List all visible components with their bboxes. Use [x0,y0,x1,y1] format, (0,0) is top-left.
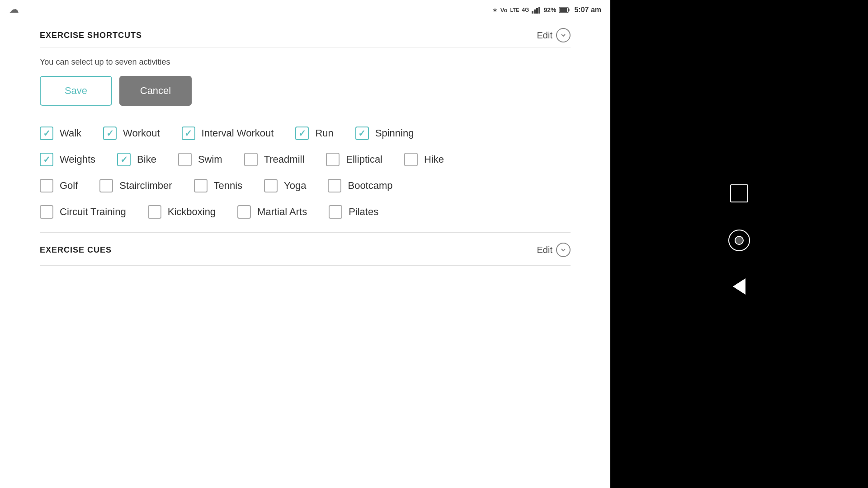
lte-icon: LTE [510,7,519,13]
activity-item-tennis: Tennis [194,179,243,192]
label-treadmill: Treadmill [264,154,305,165]
label-yoga: Yoga [284,180,306,192]
action-buttons: Save Cancel [40,76,571,106]
label-run: Run [315,127,333,139]
exercise-cues-divider [40,265,571,266]
label-swim: Swim [198,154,222,165]
label-hike: Hike [424,154,444,165]
activity-item-bootcamp: Bootcamp [328,179,392,192]
activity-item-weights: Weights [40,153,95,166]
home-button[interactable] [728,230,750,251]
exercise-cues-header: EXERCISE CUES Edit [40,236,571,262]
activity-item-stairclimber: Stairclimber [99,179,172,192]
section-divider [40,232,571,233]
label-martial-arts: Martial Arts [257,206,307,218]
exercise-shortcuts-edit-button[interactable]: Edit [537,28,571,42]
main-content: EXERCISE SHORTCUTS Edit You can select u… [0,20,610,266]
label-workout: Workout [123,127,160,139]
activity-row-3: Golf Stairclimber Tennis Yoga Bootcamp [40,173,571,199]
checkbox-bootcamp[interactable] [328,179,341,192]
cancel-button[interactable]: Cancel [119,76,192,106]
svg-rect-0 [532,11,533,14]
exercise-cues-title: EXERCISE CUES [40,245,112,255]
checkbox-spinning[interactable] [355,127,369,140]
checkbox-walk[interactable] [40,127,53,140]
phone-screen: ☁ ∗ Vo LTE 4G 92% 5:07 am EXERCI [0,0,610,488]
activity-item-workout: Workout [103,127,160,140]
checkbox-kickboxing[interactable] [148,205,161,219]
activity-item-hike: Hike [404,153,444,166]
label-weights: Weights [60,154,95,165]
exercise-shortcuts-header: EXERCISE SHORTCUTS Edit [40,20,571,47]
activity-item-martial-arts: Martial Arts [237,205,307,219]
label-interval-workout: Interval Workout [202,127,274,139]
activity-item-walk: Walk [40,127,81,140]
nav-icons [728,9,750,470]
checkbox-martial-arts[interactable] [237,205,251,219]
exercise-cues-edit-label: Edit [537,245,552,255]
activity-row-2: Weights Bike Swim Treadmill Elliptical [40,146,571,173]
cloud-icon: ☁ [9,4,19,15]
checkbox-circuit-training[interactable] [40,205,53,219]
label-golf: Golf [60,180,78,192]
svg-rect-2 [536,8,538,14]
checkbox-hike[interactable] [404,153,418,166]
checkbox-elliptical[interactable] [326,153,340,166]
status-bar-left: ☁ [9,4,19,15]
recents-button[interactable] [730,184,748,202]
activity-item-kickboxing: Kickboxing [148,205,216,219]
svg-rect-3 [538,7,540,14]
label-pilates: Pilates [349,206,378,218]
activity-item-bike: Bike [117,153,156,166]
right-panel [610,0,868,488]
label-kickboxing: Kickboxing [168,206,216,218]
label-elliptical: Elliptical [346,154,382,165]
status-bar: ☁ ∗ Vo LTE 4G 92% 5:07 am [0,0,610,20]
activity-item-yoga: Yoga [264,179,306,192]
label-stairclimber: Stairclimber [119,180,172,192]
activity-item-interval-workout: Interval Workout [182,127,274,140]
checkbox-yoga[interactable] [264,179,278,192]
activity-item-circuit-training: Circuit Training [40,205,126,219]
checkbox-swim[interactable] [178,153,192,166]
exercise-shortcuts-title: EXERCISE SHORTCUTS [40,31,142,40]
activity-item-swim: Swim [178,153,222,166]
activity-row-4: Circuit Training Kickboxing Martial Arts… [40,199,571,225]
checkbox-interval-workout[interactable] [182,127,195,140]
label-spinning: Spinning [375,127,414,139]
exercise-cues-section: EXERCISE CUES Edit [40,236,571,266]
activity-item-run: Run [295,127,333,140]
checkbox-pilates[interactable] [329,205,342,219]
activity-item-treadmill: Treadmill [244,153,305,166]
label-bootcamp: Bootcamp [348,180,392,192]
activities-grid: Walk Workout Interval Workout Run Spinni… [40,120,571,225]
back-button[interactable] [733,278,745,295]
battery-percentage: 92% [543,6,556,14]
checkbox-tennis[interactable] [194,179,208,192]
exercise-cues-edit-button[interactable]: Edit [537,243,571,257]
activity-row-1: Walk Workout Interval Workout Run Spinni… [40,120,571,146]
checkbox-treadmill[interactable] [244,153,258,166]
save-button[interactable]: Save [40,76,112,106]
signal-4g-icon: 4G [522,7,529,13]
activity-item-elliptical: Elliptical [326,153,382,166]
checkbox-bike[interactable] [117,153,131,166]
label-walk: Walk [60,127,81,139]
checkbox-golf[interactable] [40,179,53,192]
status-icons: ∗ Vo LTE 4G 92% 5:07 am [492,6,601,14]
bluetooth-icon: ∗ [492,6,498,14]
exercise-shortcuts-edit-label: Edit [537,30,552,41]
edit-circle-icon [556,28,571,42]
checkbox-workout[interactable] [103,127,117,140]
svg-rect-1 [534,9,536,14]
activities-subtitle: You can select up to seven activities [40,47,571,76]
svg-rect-5 [568,9,570,11]
label-circuit-training: Circuit Training [60,206,126,218]
label-tennis: Tennis [214,180,243,192]
checkbox-run[interactable] [295,127,309,140]
checkbox-weights[interactable] [40,153,53,166]
label-bike: Bike [137,154,156,165]
svg-rect-6 [560,8,567,12]
checkbox-stairclimber[interactable] [99,179,113,192]
activity-item-golf: Golf [40,179,78,192]
